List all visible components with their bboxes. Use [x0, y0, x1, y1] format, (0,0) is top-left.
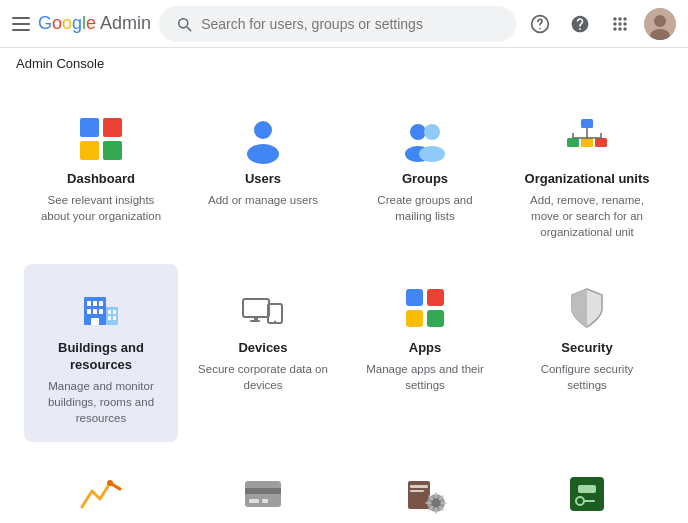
avatar[interactable]	[644, 8, 676, 40]
users-card[interactable]: Users Add or manage users	[186, 95, 340, 256]
apps-title: Apps	[409, 340, 442, 357]
svg-rect-30	[87, 309, 91, 314]
svg-rect-51	[249, 499, 259, 503]
billing-icon	[239, 470, 287, 518]
svg-rect-1	[12, 23, 30, 25]
google-admin-logo[interactable]: Google Admin	[38, 13, 151, 34]
svg-rect-21	[595, 138, 607, 147]
svg-rect-58	[570, 477, 604, 511]
svg-rect-2	[12, 29, 30, 31]
svg-rect-34	[106, 307, 118, 325]
svg-point-17	[419, 146, 445, 162]
svg-rect-8	[80, 118, 99, 137]
svg-point-6	[654, 15, 666, 27]
admin-roles-icon	[563, 470, 611, 518]
groups-desc: Create groups and mailing lists	[360, 192, 490, 224]
billing-card[interactable]: Billing Manage subscriptions and billing	[186, 450, 340, 523]
svg-rect-41	[250, 320, 260, 322]
search-input[interactable]	[201, 16, 500, 32]
devices-card[interactable]: Devices Secure corporate data on devices	[186, 264, 340, 442]
devices-title: Devices	[238, 340, 287, 357]
search-icon	[175, 15, 193, 33]
svg-rect-37	[108, 316, 111, 320]
account-settings-icon	[401, 470, 449, 518]
account-settings-card[interactable]: Account settings Update information abou…	[348, 450, 502, 523]
svg-rect-47	[427, 310, 444, 327]
breadcrumb: Admin Console	[0, 48, 688, 79]
svg-point-48	[107, 480, 113, 486]
svg-rect-52	[262, 499, 268, 503]
help-icon[interactable]	[564, 8, 596, 40]
dashboard-card[interactable]: Dashboard See relevant insights about yo…	[24, 95, 178, 256]
svg-rect-28	[93, 301, 97, 306]
svg-rect-54	[410, 485, 428, 488]
apps-desc: Manage apps and their settings	[360, 361, 490, 393]
dashboard-title: Dashboard	[67, 171, 135, 188]
devices-icon	[239, 284, 287, 332]
org-units-desc: Add, remove, rename, move or search for …	[522, 192, 652, 240]
security-desc: Configure security settings	[522, 361, 652, 393]
search-bar[interactable]	[159, 6, 516, 42]
main-content: Dashboard See relevant insights about yo…	[0, 79, 688, 523]
dashboard-desc: See relevant insights about your organiz…	[36, 192, 166, 224]
svg-point-14	[410, 124, 426, 140]
svg-rect-39	[243, 299, 269, 317]
buildings-title: Buildings and resources	[36, 340, 166, 374]
svg-rect-31	[93, 309, 97, 314]
svg-point-43	[274, 321, 276, 323]
org-units-icon	[563, 115, 611, 163]
security-title: Security	[561, 340, 612, 357]
users-desc: Add or manage users	[208, 192, 318, 208]
groups-title: Groups	[402, 171, 448, 188]
svg-rect-10	[80, 141, 99, 160]
svg-rect-32	[99, 309, 103, 314]
org-units-title: Organizational units	[525, 171, 650, 188]
groups-card[interactable]: Groups Create groups and mailing lists	[348, 95, 502, 256]
svg-point-4	[539, 27, 541, 29]
svg-rect-19	[567, 138, 579, 147]
devices-desc: Secure corporate data on devices	[198, 361, 328, 393]
reports-card[interactable]: Reports Monitor usage across your organi…	[24, 450, 178, 523]
admin-cards-grid: Dashboard See relevant insights about yo…	[24, 95, 664, 523]
svg-rect-0	[12, 17, 30, 19]
svg-rect-29	[99, 301, 103, 306]
svg-rect-38	[113, 316, 116, 320]
svg-point-13	[247, 144, 279, 164]
svg-rect-55	[410, 490, 424, 492]
question-circle-icon[interactable]	[524, 8, 556, 40]
svg-rect-36	[113, 310, 116, 314]
svg-point-15	[424, 124, 440, 140]
admin-roles-card[interactable]: Admin roles Manage administrative roles	[510, 450, 664, 523]
reports-icon	[77, 470, 125, 518]
svg-rect-45	[427, 289, 444, 306]
svg-point-12	[254, 121, 272, 139]
apps-icon	[401, 284, 449, 332]
svg-rect-46	[406, 310, 423, 327]
security-card[interactable]: Security Configure security settings	[510, 264, 664, 442]
apps-grid-icon[interactable]	[604, 8, 636, 40]
svg-rect-9	[103, 118, 122, 137]
svg-rect-27	[87, 301, 91, 306]
svg-rect-44	[406, 289, 423, 306]
svg-rect-50	[245, 488, 281, 494]
buildings-icon	[77, 284, 125, 332]
buildings-card[interactable]: Buildings and resources Manage and monit…	[24, 264, 178, 442]
menu-icon[interactable]	[12, 15, 30, 33]
svg-rect-33	[91, 318, 99, 325]
svg-rect-40	[254, 317, 258, 320]
groups-icon	[401, 115, 449, 163]
security-icon	[563, 284, 611, 332]
svg-rect-11	[103, 141, 122, 160]
svg-rect-42	[268, 304, 282, 323]
svg-rect-18	[581, 119, 593, 128]
users-title: Users	[245, 171, 281, 188]
svg-rect-59	[578, 485, 596, 493]
dashboard-icon	[77, 115, 125, 163]
svg-rect-35	[108, 310, 111, 314]
svg-rect-20	[581, 138, 593, 147]
apps-card[interactable]: Apps Manage apps and their settings	[348, 264, 502, 442]
users-icon	[239, 115, 287, 163]
org-units-card[interactable]: Organizational units Add, remove, rename…	[510, 95, 664, 256]
buildings-desc: Manage and monitor buildings, rooms and …	[36, 378, 166, 426]
